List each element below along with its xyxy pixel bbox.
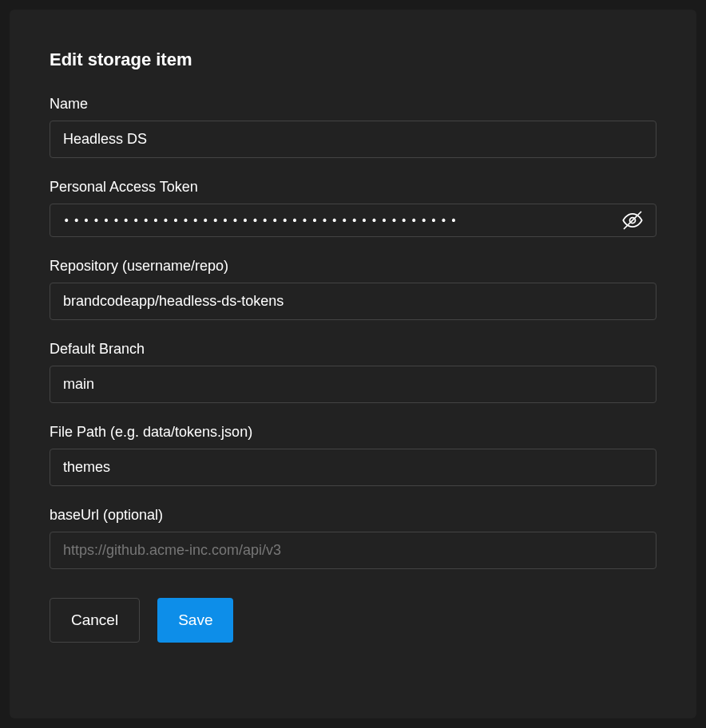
branch-label: Default Branch	[50, 341, 656, 358]
toggle-visibility-button[interactable]	[618, 206, 647, 235]
name-group: Name	[50, 96, 656, 158]
save-button[interactable]: Save	[157, 598, 233, 643]
filepath-label: File Path (e.g. data/tokens.json)	[50, 424, 656, 441]
name-label: Name	[50, 96, 656, 113]
name-input[interactable]	[50, 121, 656, 158]
filepath-group: File Path (e.g. data/tokens.json)	[50, 424, 656, 486]
token-input-wrapper	[50, 204, 656, 237]
edit-storage-dialog: Edit storage item Name Personal Access T…	[10, 10, 696, 718]
dialog-title: Edit storage item	[50, 49, 656, 70]
eye-off-icon	[621, 209, 644, 231]
baseurl-group: baseUrl (optional)	[50, 507, 656, 569]
repository-group: Repository (username/repo)	[50, 258, 656, 320]
token-input[interactable]	[50, 204, 656, 237]
repository-input[interactable]	[50, 283, 656, 320]
branch-input[interactable]	[50, 366, 656, 403]
token-group: Personal Access Token	[50, 179, 656, 237]
branch-group: Default Branch	[50, 341, 656, 403]
filepath-input[interactable]	[50, 449, 656, 486]
button-row: Cancel Save	[50, 598, 656, 643]
baseurl-input[interactable]	[50, 532, 656, 569]
token-label: Personal Access Token	[50, 179, 656, 196]
repository-label: Repository (username/repo)	[50, 258, 656, 275]
cancel-button[interactable]: Cancel	[50, 598, 140, 643]
baseurl-label: baseUrl (optional)	[50, 507, 656, 524]
